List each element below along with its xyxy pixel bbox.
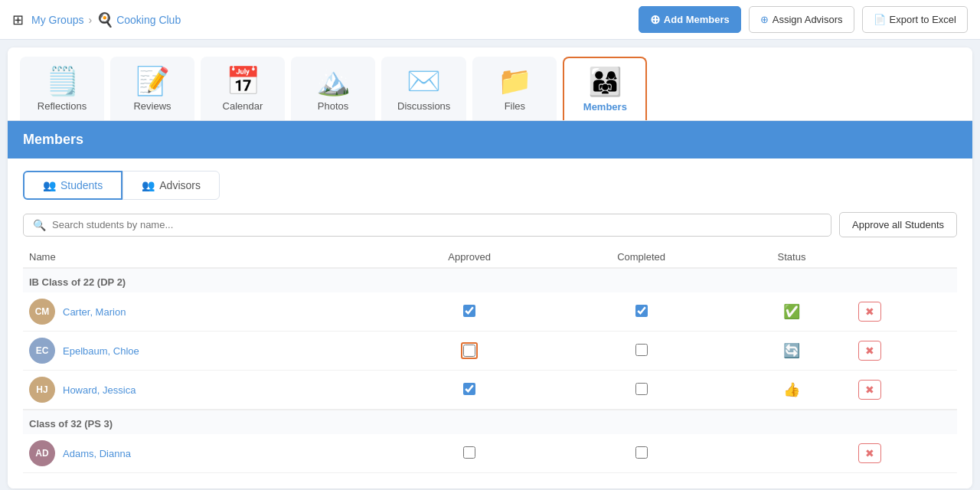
main-card: 🗒️ Reflections 📝 Reviews 📅 Calendar 🏔️ P… (8, 47, 972, 488)
status-thumb-icon: 👍 (783, 382, 800, 397)
search-input[interactable] (52, 219, 822, 230)
group-name: IB Class of 22 (DP 2) (23, 268, 957, 292)
col-completed-header: Completed (551, 247, 731, 268)
nav-tabs: 🗒️ Reflections 📝 Reviews 📅 Calendar 🏔️ P… (8, 47, 972, 121)
actions-cell: ✖ (852, 292, 957, 332)
avatar: HJ (29, 377, 55, 403)
completed-checkbox[interactable] (635, 305, 648, 317)
assign-advisors-label: Assign Advisors (773, 14, 843, 25)
top-bar: ⊞ My Groups › 🍳 Cooking Club ⊕ Add Membe… (0, 0, 980, 40)
member-name-link[interactable]: Carter, Marion (63, 306, 126, 318)
status-cell: ✅ (731, 292, 852, 332)
name-cell: EC Epelbaum, Chloe (23, 332, 387, 371)
add-members-label: Add Members (664, 14, 730, 25)
breadcrumb-separator: › (88, 14, 92, 26)
approved-checkbox[interactable] (463, 305, 475, 317)
members-icon: 👨‍👩‍👧 (588, 66, 622, 98)
table-row: HJ Howard, Jessica 👍 ✖ (23, 371, 957, 410)
member-name-link[interactable]: Epelbaum, Chloe (63, 345, 139, 357)
member-name-link[interactable]: Adams, Dianna (63, 448, 131, 459)
reflections-icon: 🗒️ (45, 65, 80, 97)
cooking-club-icon: 🍳 (96, 11, 113, 28)
group-name: Class of 32 (PS 3) (23, 410, 957, 434)
members-content: 👥 Students 👥 Advisors 🔍 Approve all Stud… (8, 158, 972, 488)
export-excel-button[interactable]: 📄 Export to Excel (862, 6, 968, 33)
tab-reflections[interactable]: 🗒️ Reflections (20, 57, 104, 120)
sub-tab-advisors[interactable]: 👥 Advisors (122, 171, 220, 200)
tab-photos[interactable]: 🏔️ Photos (291, 57, 375, 120)
assign-advisors-icon: ⊕ (760, 14, 769, 25)
files-icon: 📁 (498, 65, 532, 97)
table-row: AD Adams, Dianna ✖ (23, 434, 957, 473)
cooking-club-link[interactable]: Cooking Club (116, 14, 181, 26)
col-approved-header: Approved (387, 247, 551, 268)
add-members-button[interactable]: ⊕ Add Members (639, 6, 741, 33)
avatar: AD (29, 440, 55, 466)
completed-checkbox[interactable] (635, 446, 648, 459)
reviews-label: Reviews (133, 100, 171, 112)
advisors-label: Advisors (159, 179, 201, 191)
avatar-initials: EC (36, 345, 49, 356)
assign-advisors-button[interactable]: ⊕ Assign Advisors (749, 6, 854, 33)
remove-icon: ✖ (865, 345, 874, 357)
reviews-icon: 📝 (136, 65, 170, 97)
files-label: Files (505, 100, 525, 112)
search-wrap: 🔍 (23, 214, 831, 237)
tab-discussions[interactable]: ✉️ Discussions (381, 57, 466, 120)
search-row: 🔍 Approve all Students (23, 212, 957, 237)
completed-checkbox[interactable] (635, 344, 648, 356)
table-row: CM Carter, Marion ✅ ✖ (23, 292, 957, 332)
approved-checkbox[interactable] (463, 383, 475, 395)
member-name-link[interactable]: Howard, Jessica (63, 384, 136, 396)
name-cell: HJ Howard, Jessica (23, 371, 387, 410)
tab-reviews[interactable]: 📝 Reviews (110, 57, 194, 120)
table-header-row: Name Approved Completed Status (23, 247, 957, 268)
actions-cell: ✖ (852, 371, 957, 410)
discussions-icon: ✉️ (407, 65, 441, 97)
name-cell: CM Carter, Marion (23, 292, 387, 332)
students-label: Students (60, 179, 103, 191)
calendar-label: Calendar (223, 100, 263, 112)
name-cell: AD Adams, Dianna (23, 434, 387, 473)
approved-checkbox[interactable] (463, 345, 475, 357)
remove-button[interactable]: ✖ (858, 341, 881, 361)
remove-icon: ✖ (865, 384, 874, 396)
status-cell: 👍 (731, 371, 852, 410)
avatar-initials: AD (35, 448, 48, 459)
export-excel-label: Export to Excel (890, 14, 956, 25)
members-title: Members (23, 132, 83, 147)
sub-tabs: 👥 Students 👥 Advisors (23, 158, 957, 212)
plus-icon: ⊕ (650, 12, 660, 27)
content-area: 🗒️ Reflections 📝 Reviews 📅 Calendar 🏔️ P… (0, 40, 980, 490)
completed-cell (551, 332, 731, 371)
approved-cell (387, 292, 551, 332)
sub-tab-students[interactable]: 👥 Students (23, 171, 122, 200)
my-groups-link[interactable]: My Groups (31, 14, 83, 26)
remove-button[interactable]: ✖ (858, 380, 881, 400)
status-cell: 🔄 (731, 332, 852, 371)
group-row: IB Class of 22 (DP 2) (23, 268, 957, 292)
page-wrap: ⊞ My Groups › 🍳 Cooking Club ⊕ Add Membe… (0, 0, 980, 490)
remove-icon: ✖ (865, 447, 874, 459)
avatar: EC (29, 338, 55, 364)
approved-cell (387, 332, 551, 371)
export-icon: 📄 (874, 14, 886, 25)
grid-icon: ⊞ (12, 11, 24, 28)
remove-button[interactable]: ✖ (858, 443, 881, 463)
tab-members[interactable]: 👨‍👩‍👧 Members (563, 57, 647, 120)
approve-all-button[interactable]: Approve all Students (839, 212, 957, 237)
tab-calendar[interactable]: 📅 Calendar (201, 57, 285, 120)
completed-cell (551, 371, 731, 410)
status-check-icon: ✅ (783, 304, 800, 319)
col-status-header: Status (731, 247, 852, 268)
advisors-icon: 👥 (142, 179, 155, 191)
members-header: Members (8, 121, 972, 158)
remove-button[interactable]: ✖ (858, 302, 881, 322)
tab-files[interactable]: 📁 Files (472, 57, 557, 120)
status-pending-icon: 🔄 (783, 343, 800, 358)
group-row: Class of 32 (PS 3) (23, 410, 957, 434)
completed-checkbox[interactable] (635, 383, 648, 395)
approved-checkbox[interactable] (463, 446, 475, 459)
completed-cell (551, 292, 731, 332)
breadcrumb: ⊞ My Groups › 🍳 Cooking Club (12, 11, 181, 28)
